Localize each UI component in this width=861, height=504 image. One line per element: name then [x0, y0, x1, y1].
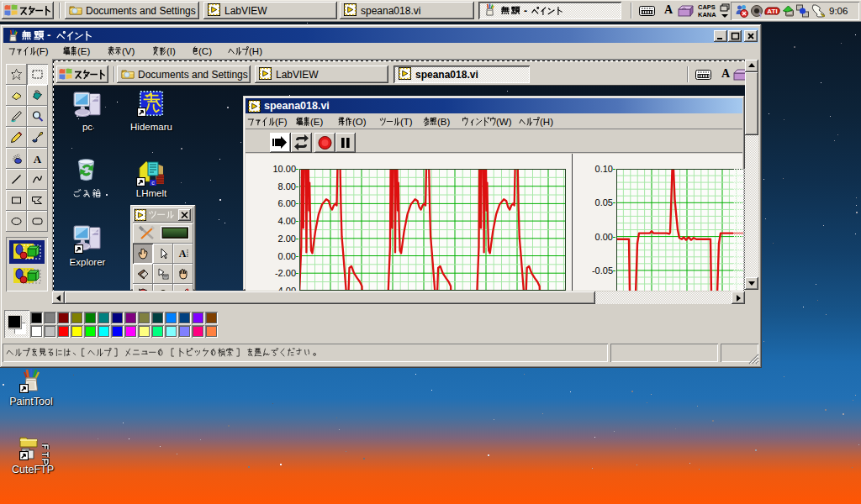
svg-text:c: c	[151, 180, 155, 186]
svg-text:ATI: ATI	[767, 8, 777, 15]
svg-text:A: A	[179, 248, 187, 260]
svg-text:A: A	[34, 153, 42, 165]
